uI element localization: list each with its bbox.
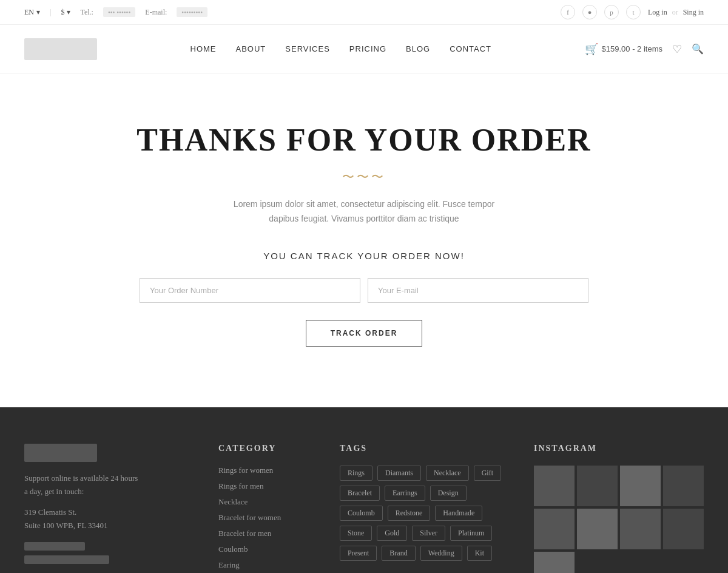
- tel-value: ••• ••••••: [103, 7, 135, 17]
- instagram-photo[interactable]: [534, 466, 575, 506]
- tag-bracelet[interactable]: Bracelet: [340, 486, 380, 501]
- top-bar-right: f ● p t Log in or Sing in: [561, 5, 704, 19]
- footer-phone-placeholder: [24, 542, 85, 551]
- instagram-grid: [534, 466, 704, 573]
- tag-kit[interactable]: Kit: [467, 546, 492, 561]
- tag-brand[interactable]: Brand: [382, 546, 415, 561]
- contact-info: Tel.: ••• •••••• E-mail: •••••••••: [80, 7, 207, 17]
- tag-redstone[interactable]: Redstone: [388, 506, 431, 521]
- track-heading: YOU CAN TRACK YOUR ORDER NOW!: [263, 251, 465, 261]
- footer-tags-col: TAGS Rings Diamants Necklace Gift Bracel…: [340, 444, 510, 573]
- cart-icon: 🛒: [585, 42, 598, 56]
- logo[interactable]: [24, 38, 97, 60]
- list-item: Coulomb: [218, 544, 315, 554]
- footer-instagram-col: INSTAGRAM: [534, 444, 704, 573]
- instagram-photo[interactable]: [534, 552, 575, 573]
- list-item: Rings for men: [218, 481, 315, 491]
- main-nav: HOME ABOUT SERVICES PRICING BLOG CONTACT…: [0, 25, 728, 73]
- instagram-photo[interactable]: [620, 509, 661, 549]
- footer-category-col: CATEGORY Rings for women Rings for men N…: [218, 444, 315, 573]
- tag-silver[interactable]: Silver: [412, 526, 445, 541]
- facebook-icon[interactable]: f: [561, 5, 575, 19]
- category-bracelet-women[interactable]: Bracelet for women: [218, 513, 281, 522]
- footer-about-col: Support online is available 24 hoursa da…: [24, 444, 194, 573]
- nav-blog[interactable]: BLOG: [406, 44, 430, 53]
- cart-button[interactable]: 🛒 $159.00 - 2 items: [585, 42, 662, 56]
- category-bracelet-men[interactable]: Bracelet for men: [218, 529, 271, 538]
- chevron-down-icon: ▾: [36, 8, 40, 17]
- footer-address: 319 Clematis St.Suite 100 WPB, FL 33401: [24, 506, 194, 532]
- tag-gift[interactable]: Gift: [474, 466, 501, 481]
- nav-actions: 🛒 $159.00 - 2 items ♡ 🔍: [585, 42, 704, 56]
- instagram-photo[interactable]: [577, 466, 618, 506]
- track-form: [140, 278, 588, 303]
- tags-cloud: Rings Diamants Necklace Gift Bracelet Ea…: [340, 466, 510, 561]
- wishlist-icon[interactable]: ♡: [672, 42, 682, 56]
- category-necklace[interactable]: Necklace: [218, 497, 248, 506]
- tags-title: TAGS: [340, 444, 510, 453]
- instagram-photo[interactable]: [620, 466, 661, 506]
- footer-about-text: Support online is available 24 hoursa da…: [24, 472, 194, 498]
- category-links: Rings for women Rings for men Necklace B…: [218, 466, 315, 573]
- instagram-photo[interactable]: [663, 509, 704, 549]
- track-order-button[interactable]: TRACK ORDER: [306, 320, 423, 347]
- tag-gold[interactable]: Gold: [377, 526, 407, 541]
- top-bar: EN ▾ | $ ▾ Tel.: ••• •••••• E-mail: ••••…: [0, 0, 728, 25]
- cart-total: $159.00 - 2 items: [602, 44, 662, 53]
- nav-links: HOME ABOUT SERVICES PRICING BLOG CONTACT: [190, 44, 491, 54]
- subtitle: Lorem ipsum dolor sit amet, consectetur …: [234, 197, 494, 226]
- list-item: Rings for women: [218, 466, 315, 475]
- instagram-photo[interactable]: [663, 466, 704, 506]
- list-item: Bracelet for women: [218, 513, 315, 523]
- nav-pricing[interactable]: PRICING: [349, 44, 386, 53]
- nav-home[interactable]: HOME: [190, 44, 217, 53]
- login-link[interactable]: Log in: [648, 8, 667, 17]
- instagram-title: INSTAGRAM: [534, 444, 704, 453]
- category-coulomb[interactable]: Coulomb: [218, 544, 248, 554]
- tag-earrings[interactable]: Earrings: [385, 486, 425, 501]
- tag-handmade[interactable]: Handmade: [435, 506, 482, 521]
- footer-logo: [24, 444, 97, 462]
- category-rings-men[interactable]: Rings for men: [218, 481, 263, 490]
- tag-coulomb[interactable]: Coulomb: [340, 506, 383, 521]
- tag-stone[interactable]: Stone: [340, 526, 372, 541]
- tag-rings[interactable]: Rings: [340, 466, 372, 481]
- email-input[interactable]: [368, 278, 588, 303]
- tag-diamants[interactable]: Diamants: [377, 466, 421, 481]
- nav-contact[interactable]: CONTACT: [450, 44, 491, 53]
- order-number-input[interactable]: [140, 278, 360, 303]
- chevron-down-icon: ▾: [67, 8, 70, 17]
- separator: |: [50, 8, 51, 17]
- tag-design[interactable]: Design: [430, 486, 467, 501]
- category-title: CATEGORY: [218, 444, 315, 453]
- main-content: THANKS FOR YOUR ORDER 〜〜〜 Lorem ipsum do…: [0, 73, 728, 407]
- footer: Support online is available 24 hoursa da…: [0, 407, 728, 573]
- ornament-divider: 〜〜〜: [342, 169, 386, 185]
- list-item: Necklace: [218, 497, 315, 507]
- page-title: THANKS FOR YOUR ORDER: [136, 122, 591, 158]
- signin-link[interactable]: Sing in: [683, 8, 704, 17]
- twitter-icon[interactable]: t: [626, 5, 641, 19]
- tag-present[interactable]: Present: [340, 546, 377, 561]
- auth-links: Log in or Sing in: [648, 8, 704, 17]
- tag-wedding[interactable]: Wedding: [420, 546, 462, 561]
- footer-email-placeholder: [24, 555, 109, 564]
- top-bar-left: EN ▾ | $ ▾ Tel.: ••• •••••• E-mail: ••••…: [24, 7, 207, 17]
- pinterest-icon[interactable]: p: [604, 5, 619, 19]
- language-selector[interactable]: EN ▾: [24, 8, 40, 17]
- list-item: Bracelet for men: [218, 529, 315, 538]
- instagram-photo[interactable]: [577, 509, 618, 549]
- nav-services[interactable]: SERVICES: [285, 44, 330, 53]
- nav-about[interactable]: ABOUT: [236, 44, 266, 53]
- search-icon[interactable]: 🔍: [692, 43, 704, 55]
- instagram-icon[interactable]: ●: [582, 5, 597, 19]
- footer-grid: Support online is available 24 hoursa da…: [24, 444, 704, 573]
- tag-necklace[interactable]: Necklace: [426, 466, 469, 481]
- category-earing[interactable]: Earing: [218, 560, 240, 569]
- category-rings-women[interactable]: Rings for women: [218, 466, 273, 475]
- currency-selector[interactable]: $ ▾: [61, 8, 70, 17]
- tag-platinum[interactable]: Platinum: [450, 526, 492, 541]
- email-value: •••••••••: [177, 7, 207, 17]
- instagram-photo[interactable]: [534, 509, 575, 549]
- list-item: Earing: [218, 560, 315, 570]
